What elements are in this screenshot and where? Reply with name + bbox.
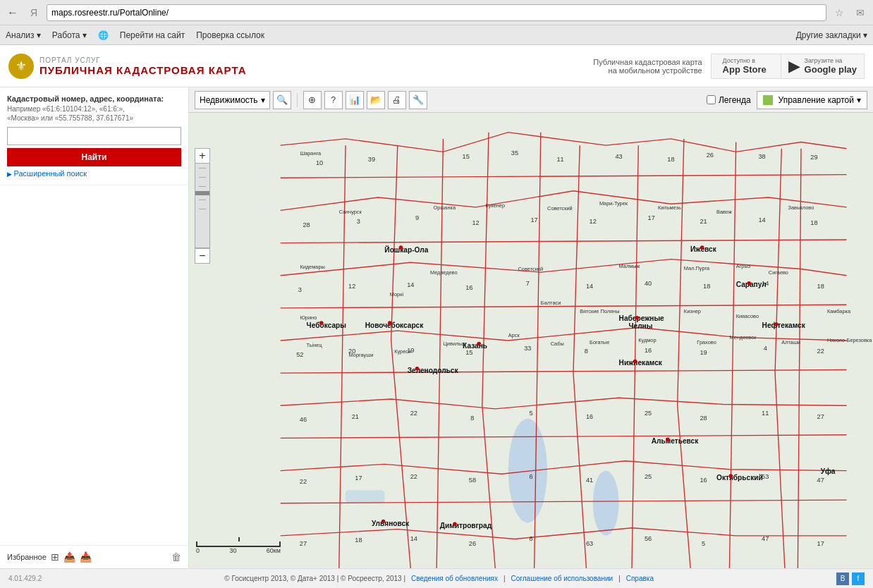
zoom-handle[interactable] — [195, 191, 209, 195]
svg-point-102 — [729, 474, 733, 478]
property-type-dropdown[interactable]: Недвижимость ▾ — [195, 91, 270, 109]
footer-link-agreement[interactable]: Соглашение об использовании — [511, 575, 613, 582]
search-button[interactable]: Найти — [7, 148, 181, 166]
menu-check-links[interactable]: Проверка ссылок — [196, 30, 264, 40]
svg-text:26: 26 — [707, 152, 714, 159]
svg-text:63: 63 — [586, 540, 593, 547]
google-play-badge[interactable]: ▶ Загрузите на Google play — [781, 54, 865, 79]
menu-work[interactable]: Работа ▾ — [52, 30, 87, 40]
toolbar-print-btn[interactable]: 🖨 — [388, 91, 406, 109]
map-canvas[interactable]: 1039 1535 1143 1826 3829 283 912 1712 17… — [189, 113, 873, 568]
footer-link-updates[interactable]: Сведения об обновлениях — [411, 575, 498, 582]
search-hint: Например «61:6:10104:12», «61:6:», «Моск… — [7, 104, 181, 123]
zoom-in-button[interactable]: + — [195, 148, 210, 164]
svg-text:Завьялово: Завьялово — [788, 204, 814, 211]
svg-text:14: 14 — [586, 283, 593, 290]
footer-link-help[interactable]: Справка — [626, 575, 654, 582]
back-button[interactable]: ← — [4, 4, 21, 21]
svg-text:15: 15 — [463, 153, 470, 160]
svg-text:Мари-Турек: Мари-Турек — [599, 200, 628, 207]
svg-text:Моркі: Моркі — [390, 291, 404, 298]
menu-goto-site[interactable]: Перейти на сайт — [120, 30, 185, 40]
favorites-label: Избранное — [7, 553, 47, 561]
svg-point-1 — [508, 419, 547, 523]
svg-text:Мендеевск: Мендеевск — [729, 334, 756, 341]
svg-text:41: 41 — [586, 477, 593, 484]
svg-text:33: 33 — [524, 345, 531, 352]
svg-text:21: 21 — [700, 218, 707, 225]
svg-text:Набережные: Набережные — [619, 314, 665, 322]
scale-label-0: 0 — [196, 547, 200, 554]
toolbar-chart-btn[interactable]: 📊 — [346, 91, 364, 109]
svg-text:Кидемары: Кидемары — [300, 264, 324, 270]
toolbar-info-btn[interactable]: ? — [324, 91, 343, 109]
zoom-out-button[interactable]: − — [195, 248, 210, 264]
scale-labels: 0 30 60км — [196, 547, 281, 554]
menu-globe-icon[interactable]: 🌐 — [98, 30, 109, 40]
site-title: ПУБЛИЧНАЯ КАДАСТРОВАЯ КАРТА — [39, 64, 246, 76]
svg-text:Юрино: Юрино — [300, 314, 317, 321]
svg-text:Кукенер: Кукенер — [485, 202, 505, 209]
svg-text:Новочебоксарск: Новочебоксарск — [365, 321, 425, 329]
scale-bar: 0 30 60км — [196, 541, 281, 554]
favorites-trash-icon[interactable]: 🗑 — [171, 551, 181, 563]
zoom-slider[interactable] — [195, 164, 210, 248]
mail-icon[interactable]: ✉ — [852, 4, 869, 21]
svg-text:29: 29 — [810, 154, 817, 161]
scale-label-30: 30 — [229, 547, 236, 554]
google-play-big: Google play — [805, 64, 857, 75]
vk-social-icon[interactable]: В — [836, 572, 849, 585]
favorites-export-icon[interactable]: 📤 — [63, 551, 75, 563]
svg-text:Йошкар-Ола: Йошкар-Ола — [384, 245, 428, 254]
svg-point-92 — [319, 321, 324, 325]
svg-text:Челны: Челны — [628, 322, 652, 330]
svg-text:17: 17 — [355, 474, 362, 482]
menu-analyze[interactable]: Анализ ▾ — [6, 30, 41, 40]
other-bookmarks[interactable]: Другие закладки ▾ — [796, 30, 867, 40]
toolbar-folder-btn[interactable]: 📂 — [367, 91, 385, 109]
toolbar-search-btn[interactable]: 🔍 — [273, 91, 291, 109]
favorites-add-icon[interactable]: ⊞ — [51, 551, 59, 563]
svg-text:17: 17 — [648, 214, 655, 221]
svg-text:17: 17 — [530, 216, 537, 223]
svg-text:18: 18 — [703, 283, 710, 290]
legend-checkbox-label[interactable]: Легенда — [707, 95, 751, 105]
svg-text:Арск: Арск — [508, 332, 520, 338]
svg-text:5: 5 — [702, 540, 705, 547]
header-mobile-text: Публичная кадастровая карта на мобильном… — [355, 58, 711, 75]
svg-text:Алташи: Алташи — [781, 339, 800, 345]
zoom-tick — [199, 177, 206, 178]
map-manage-label: Управление картой — [779, 95, 854, 105]
favorites-section: Избранное ⊞ 📤 📥 🗑 — [0, 545, 188, 568]
toolbar-settings-btn[interactable]: 🔧 — [409, 91, 427, 109]
svg-text:Медведево: Медведево — [430, 269, 458, 276]
svg-text:Ижевск: Ижевск — [690, 245, 717, 253]
svg-text:10: 10 — [316, 159, 323, 166]
svg-text:12: 12 — [348, 283, 355, 290]
google-play-small: Загрузите на — [805, 57, 857, 64]
svg-text:Моргауши: Моргауши — [349, 352, 374, 358]
svg-point-95 — [415, 367, 420, 371]
advanced-search-link[interactable]: Расширенный поиск — [7, 169, 181, 178]
favorites-import-icon[interactable]: 📥 — [80, 551, 92, 563]
svg-text:Куреси: Куреси — [394, 348, 411, 355]
svg-text:14: 14 — [407, 281, 414, 288]
app-store-badge[interactable]: Доступно в App Store — [711, 54, 781, 79]
svg-text:Ульяновск: Ульяновск — [372, 520, 410, 527]
legend-checkbox[interactable] — [707, 95, 716, 104]
address-bar[interactable] — [47, 4, 826, 21]
svg-rect-3 — [346, 490, 384, 503]
scale-line — [196, 541, 281, 547]
svg-text:25: 25 — [645, 473, 652, 480]
search-input[interactable] — [7, 127, 181, 145]
svg-text:Вятские Поляны: Вятские Поляны — [580, 308, 619, 314]
search-section: Кадастровый номер, адрес, координата: На… — [0, 87, 188, 185]
map-manage-dropdown[interactable]: Управление картой ▾ — [757, 91, 867, 109]
svg-text:Оршанка: Оршанка — [434, 204, 456, 211]
svg-text:11: 11 — [762, 410, 769, 417]
map-area[interactable]: Недвижимость ▾ 🔍 ⊕ ? 📊 📂 🖨 🔧 Легенда — [189, 87, 873, 568]
toolbar-identify-btn[interactable]: ⊕ — [303, 91, 322, 109]
svg-point-93 — [388, 321, 392, 325]
twitter-social-icon[interactable]: f — [852, 572, 865, 585]
bookmark-star-icon[interactable]: ☆ — [831, 4, 848, 21]
